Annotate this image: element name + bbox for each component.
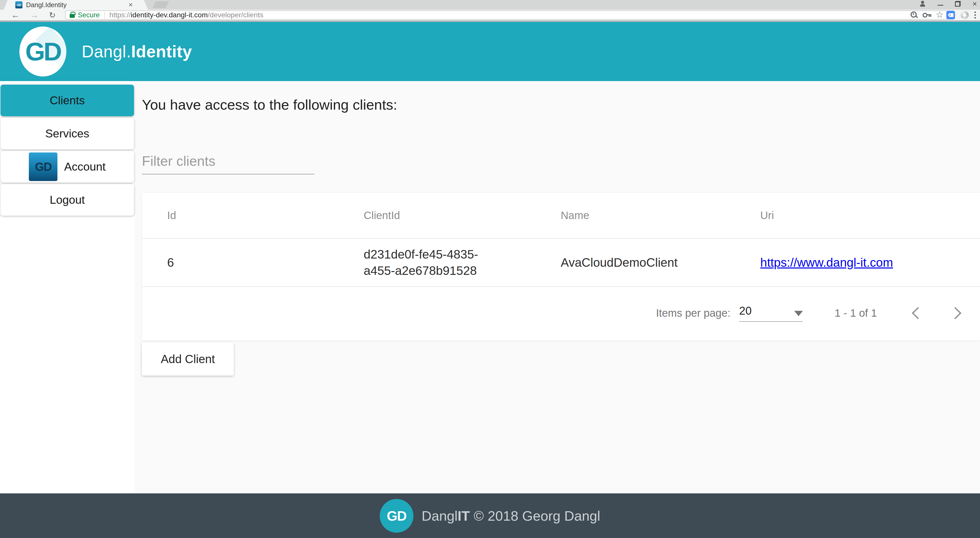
app-footer: GD DanglIT © 2018 Georg Dangl <box>0 494 980 538</box>
column-header-uri: Uri <box>735 209 980 222</box>
main-content: You have access to the following clients… <box>135 81 980 494</box>
window-controls: × <box>919 0 977 8</box>
cell-uri: https://www.dangl-it.com <box>735 256 980 270</box>
page-size-value: 20 <box>739 305 752 317</box>
url-path: /developer/clients <box>208 11 263 19</box>
footer-copyright: DanglIT © 2018 Georg Dangl <box>422 508 600 524</box>
tag-extension-icon[interactable] <box>946 11 955 19</box>
sidebar-item-label: Clients <box>50 94 85 107</box>
page-zoom-icon[interactable] <box>910 11 918 19</box>
tab-close-icon[interactable]: × <box>129 1 133 8</box>
secure-label: Secure <box>78 11 100 19</box>
browser-window: GD Dangl.Identity × × ← → ↻ Secure https… <box>0 0 980 538</box>
chevron-down-icon <box>794 311 803 316</box>
close-window-button[interactable]: × <box>972 0 977 8</box>
app-title-bold: Identity <box>131 42 192 61</box>
sidebar-item-label: Services <box>45 127 89 140</box>
paginator-range-label: 1 - 1 of 1 <box>835 307 877 319</box>
clients-table: Id ClientId Name Uri 6 d231de0f-fe45-483… <box>142 193 980 340</box>
table-paginator: Items per page: 20 1 - 1 of 1 <box>142 287 980 340</box>
sidebar-item-label: Logout <box>50 193 85 206</box>
table-row: 6 d231de0f-fe45-4835-a455-a2e678b91528 A… <box>142 239 980 287</box>
minimize-button[interactable] <box>938 5 943 6</box>
items-per-page-label: Items per page: <box>656 307 730 319</box>
back-button[interactable]: ← <box>11 10 20 21</box>
browser-toolbar: ← → ↻ Secure https://identity-dev.dangl-… <box>0 10 980 21</box>
sidebar-item-label: Account <box>64 160 106 173</box>
page-size-select[interactable]: 20 <box>739 305 803 322</box>
app-body: Clients Services GD Account Logout You h… <box>0 81 980 494</box>
next-page-button[interactable] <box>949 307 961 319</box>
url-divider <box>104 12 105 18</box>
client-uri-link[interactable]: https://www.dangl-it.com <box>760 256 893 269</box>
chrome-menu-icon[interactable] <box>974 11 976 19</box>
table-header-row: Id ClientId Name Uri <box>142 193 980 239</box>
column-header-clientid: ClientId <box>339 208 535 222</box>
app-title: Dangl.Identity <box>82 42 192 61</box>
account-gd-icon: GD <box>29 152 57 181</box>
footer-brand-bold: IT <box>458 508 470 524</box>
cell-id: 6 <box>142 256 339 270</box>
url-host: identity-dev.dangl-it.com <box>131 11 208 19</box>
omnibox-icons: ☆ <box>910 11 943 19</box>
refresh-button[interactable]: ↻ <box>49 10 56 21</box>
app-title-regular: Dangl. <box>82 42 131 61</box>
cell-clientid: d231de0f-fe45-4835-a455-a2e678b91528 <box>339 246 535 279</box>
sidebar: Clients Services GD Account Logout <box>0 81 135 494</box>
sidebar-item-logout[interactable]: Logout <box>0 184 134 216</box>
column-header-name: Name <box>535 209 735 222</box>
bookmark-star-icon[interactable]: ☆ <box>936 10 943 19</box>
footer-brand-regular: Dangl <box>422 508 458 524</box>
forward-button[interactable]: → <box>30 10 38 21</box>
url-text: https://identity-dev.dangl-it.com/develo… <box>110 11 263 19</box>
swirl-extension-icon[interactable] <box>961 11 969 19</box>
restore-button[interactable] <box>955 1 961 6</box>
password-key-icon[interactable] <box>923 12 931 18</box>
sidebar-item-clients[interactable]: Clients <box>0 85 134 116</box>
app-header: GD Dangl.Identity <box>0 22 980 81</box>
profile-icon[interactable] <box>919 0 926 7</box>
tab-title: Dangl.Identity <box>26 1 67 9</box>
cell-name: AvaCloudDemoClient <box>535 256 735 270</box>
url-scheme: https:// <box>110 11 131 19</box>
footer-copyright-text: © 2018 Georg Dangl <box>470 508 600 524</box>
previous-page-button[interactable] <box>912 307 924 319</box>
tab-favicon-icon: GD <box>15 1 22 8</box>
column-header-id: Id <box>142 209 339 222</box>
browser-tab[interactable]: GD Dangl.Identity × <box>3 0 148 10</box>
footer-gd-logo: GD <box>380 499 414 533</box>
secure-lock-icon <box>70 14 75 18</box>
page-title: You have access to the following clients… <box>142 96 397 113</box>
sidebar-item-account[interactable]: GD Account <box>0 151 134 183</box>
new-tab-button[interactable] <box>152 1 169 8</box>
extension-icons <box>946 10 976 21</box>
add-client-button[interactable]: Add Client <box>142 343 234 376</box>
sidebar-item-services[interactable]: Services <box>0 118 134 149</box>
filter-clients-input[interactable] <box>142 153 314 175</box>
tab-strip: GD Dangl.Identity × × <box>0 0 980 10</box>
brand-logo: GD <box>19 27 66 76</box>
address-bar[interactable]: Secure https://identity-dev.dangl-it.com… <box>65 10 948 20</box>
